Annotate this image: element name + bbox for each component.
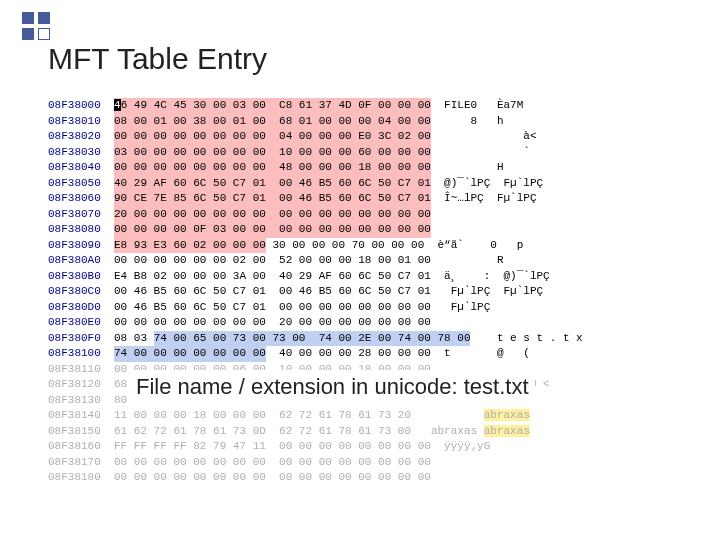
hex-row: 08F38070 20 00 00 00 00 00 00 00 00 00 0…	[48, 207, 583, 223]
hex-ascii: t @ (	[444, 347, 530, 359]
hex-row: 08F38000 46 49 4C 45 30 00 03 00 C8 61 3…	[48, 98, 583, 114]
hex-addr: 08F38010	[48, 115, 101, 127]
hex-row: 08F38160 FF FF FF FF 82 79 47 11 00 00 0…	[48, 439, 583, 455]
hex-addr: 08F38120	[48, 378, 101, 390]
hex-addr: 08F38180	[48, 471, 101, 483]
hex-ascii	[431, 409, 484, 421]
hex-row: 08F38010 08 00 01 00 38 00 01 00 68 01 0…	[48, 114, 583, 130]
hex-ascii: H	[444, 161, 503, 173]
hex-row: 08F38150 61 62 72 61 78 61 73 0D 62 72 6…	[48, 424, 583, 440]
hex-addr: 08F38150	[48, 425, 101, 437]
file-name-caption: File name / extension in unicode: test.t…	[130, 370, 535, 404]
hex-ascii: FILE0 Èa7M	[444, 99, 523, 111]
hex-row: 08F38180 00 00 00 00 00 00 00 00 00 00 0…	[48, 470, 583, 486]
hex-ascii: @)¯`lPÇ Fµ`lPÇ	[444, 177, 543, 189]
hex-addr: 08F38110	[48, 363, 101, 375]
hex-row: 08F38060 90 CE 7E 85 6C 50 C7 01 00 46 B…	[48, 191, 583, 207]
hex-addr: 08F38000	[48, 99, 101, 111]
hex-ascii: abraxas	[431, 425, 484, 437]
hex-addr: 08F38030	[48, 146, 101, 158]
hex-row: 08F380B0 E4 B8 02 00 00 00 3A 00 40 29 A…	[48, 269, 583, 285]
hex-ascii: Fµ`lPÇ	[444, 301, 490, 313]
hex-row: 08F38040 00 00 00 00 00 00 00 00 48 00 0…	[48, 160, 583, 176]
hex-addr: 08F38090	[48, 239, 101, 251]
hex-ascii: Î~…lPÇ Fµ`lPÇ	[444, 192, 536, 204]
hex-addr: 08F38080	[48, 223, 101, 235]
hex-addr: 08F380A0	[48, 254, 101, 266]
hex-row: 08F38100 74 00 00 00 00 00 00 00 40 00 0…	[48, 346, 583, 362]
hex-addr: 08F38040	[48, 161, 101, 173]
hex-addr: 08F38060	[48, 192, 101, 204]
hex-ascii: 8 h	[444, 115, 503, 127]
hex-addr: 08F38170	[48, 456, 101, 468]
hex-ascii: à<	[444, 130, 536, 142]
hex-addr: 08F38140	[48, 409, 101, 421]
hex-ascii: ä¸ : @)¯`lPÇ	[444, 270, 550, 282]
hex-addr: 08F38100	[48, 347, 101, 359]
hex-addr: 08F380E0	[48, 316, 101, 328]
hex-row: 08F38020 00 00 00 00 00 00 00 00 04 00 0…	[48, 129, 583, 145]
hex-row: 08F38140 11 00 00 00 18 00 00 00 62 72 6…	[48, 408, 583, 424]
hex-row: 08F38170 00 00 00 00 00 00 00 00 00 00 0…	[48, 455, 583, 471]
hex-row: 08F38090 E8 93 E3 60 02 00 00 00 30 00 0…	[48, 238, 583, 254]
hex-addr: 08F380C0	[48, 285, 101, 297]
hex-addr: 08F38130	[48, 394, 101, 406]
page-title: MFT Table Entry	[48, 42, 267, 76]
hex-ascii: è“ã` 0 p	[437, 239, 523, 251]
hex-row: 08F380C0 00 46 B5 60 6C 50 C7 01 00 46 B…	[48, 284, 583, 300]
hex-addr: 08F380B0	[48, 270, 101, 282]
hex-addr: 08F38070	[48, 208, 101, 220]
hex-row: 08F380F0 08 03 74 00 65 00 73 00 73 00 7…	[48, 331, 583, 347]
hex-ascii: ÿÿÿÿ‚yG	[444, 440, 490, 452]
hex-row: 08F38050 40 29 AF 60 6C 50 C7 01 00 46 B…	[48, 176, 583, 192]
hex-ascii: Fµ`lPÇ Fµ`lPÇ	[444, 285, 543, 297]
hex-addr: 08F380D0	[48, 301, 101, 313]
hex-addr: 08F380F0	[48, 332, 101, 344]
hex-ascii: t e s t . t x	[484, 332, 583, 344]
hex-row: 08F380D0 00 46 B5 60 6C 50 C7 01 00 00 0…	[48, 300, 583, 316]
hexdump: 08F38000 46 49 4C 45 30 00 03 00 C8 61 3…	[48, 98, 583, 486]
hex-row: 08F38080 00 00 00 00 0F 03 00 00 00 00 0…	[48, 222, 583, 238]
hex-addr: 08F38160	[48, 440, 101, 452]
hex-addr: 08F38020	[48, 130, 101, 142]
hex-row: 08F38030 03 00 00 00 00 00 00 00 10 00 0…	[48, 145, 583, 161]
hex-row: 08F380E0 00 00 00 00 00 00 00 00 20 00 0…	[48, 315, 583, 331]
hex-ascii: `	[444, 146, 530, 158]
hex-addr: 08F38050	[48, 177, 101, 189]
hex-ascii: R	[444, 254, 503, 266]
hex-row: 08F380A0 00 00 00 00 00 00 02 00 52 00 0…	[48, 253, 583, 269]
